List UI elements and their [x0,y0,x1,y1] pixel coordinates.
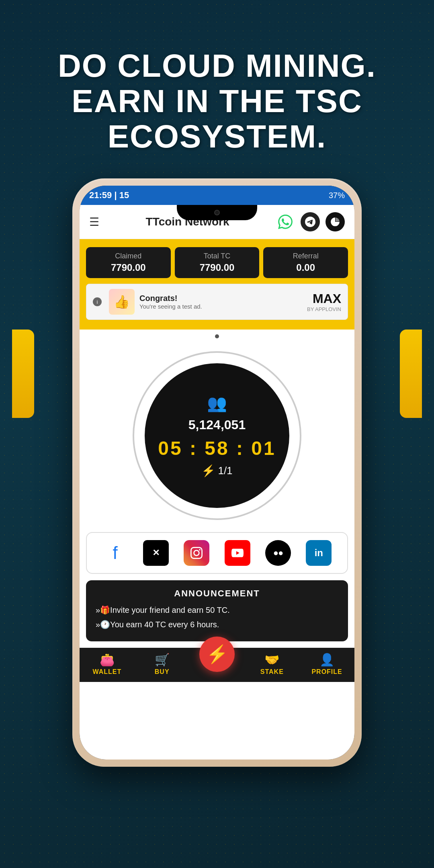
ad-info-icon: i [93,297,102,306]
mining-section: 👥 5,124,051 05 : 58 : 01 ⚡ 1/1 [80,343,354,532]
profile-label: PROFILE [311,668,342,676]
mining-circle-inner: 👥 5,124,051 05 : 58 : 01 ⚡ 1/1 [145,363,289,508]
ad-banner[interactable]: i 👍 Congrats! You're seeing a test ad. M… [86,284,348,320]
wallet-icon: 👛 [100,653,115,667]
stake-icon: 🤝 [264,653,279,667]
referral-label: Referral [267,252,344,260]
referral-value: 0.00 [267,262,344,273]
ad-brand-sub: BY APPLOVIN [307,306,341,312]
side-tab-left [12,330,34,418]
stake-label: STAKE [260,668,284,676]
claimed-label: Claimed [90,252,167,260]
ad-brand-name: MAX [307,291,341,306]
users-count: 5,124,051 [188,418,246,432]
mining-circle-outer[interactable]: 👥 5,124,051 05 : 58 : 01 ⚡ 1/1 [133,351,301,520]
announcement-item-2: »🕐You earn 40 TC every 6 hours. [96,619,338,630]
pie-chart-button[interactable] [326,212,345,231]
stake-nav-item[interactable]: 🤝 STAKE [244,653,299,676]
ad-text: Congrats! You're seeing a test ad. [139,294,202,310]
phone-mockup: 21:59 | 15 37% ☰ TTcoin Network [72,178,362,767]
header-icons [276,212,345,231]
ad-subtext: You're seeing a test ad. [139,303,202,310]
boost-value: 1/1 [218,465,232,477]
linkedin-button[interactable]: in [306,540,332,566]
side-tab-right [400,330,422,418]
wallet-nav-item[interactable]: 👛 WALLET [80,653,135,676]
claimed-card: Claimed 7790.00 [86,247,171,278]
ad-thumbnail: 👍 [109,289,135,315]
referral-card: Referral 0.00 [263,247,348,278]
boost-lightning-icon: ⚡ [201,464,215,477]
status-bar: 21:59 | 15 37% [80,186,354,205]
total-card: Total TC 7790.00 [175,247,260,278]
stats-bar: Claimed 7790.00 Total TC 7790.00 Referra… [80,239,354,330]
announcement-item-1: »🎁Invite your friend and earn 50 TC. [96,604,338,616]
status-icons: 37% [329,191,345,200]
telegram-button[interactable] [301,212,320,231]
slider-dot [80,333,354,340]
stats-row: Claimed 7790.00 Total TC 7790.00 Referra… [86,247,348,278]
hamburger-icon[interactable]: ☰ [89,215,99,229]
youtube-button[interactable] [225,540,250,566]
wallet-label: WALLET [93,668,122,676]
total-label: Total TC [179,252,256,260]
center-action-button[interactable]: ⚡ [199,637,235,672]
facebook-button[interactable]: f [102,540,128,566]
users-icon: 👥 [207,394,227,413]
medium-button[interactable]: ●● [265,540,291,566]
buy-label: BUY [155,668,170,676]
total-value: 7790.00 [179,262,256,273]
mining-timer: 05 : 58 : 01 [158,437,276,459]
profile-nav-item[interactable]: 👤 PROFILE [299,653,354,676]
app-content: ☰ TTcoin Network [80,205,354,760]
ad-left: i 👍 Congrats! You're seeing a test ad. [93,289,202,315]
notch [177,205,257,220]
ad-brand: MAX BY APPLOVIN [307,291,341,312]
whatsapp-button[interactable] [276,212,295,231]
announcement-title: ANNOUNCEMENT [96,588,338,599]
buy-icon: 🛒 [155,653,170,667]
camera [214,210,220,215]
social-bar: f ✕ ●● in [86,532,348,574]
bottom-nav: 👛 WALLET 🛒 BUY 🤝 STAKE [80,648,354,682]
instagram-button[interactable] [184,540,209,566]
ad-congrats: Congrats! [139,294,202,303]
mining-boost: ⚡ 1/1 [201,464,232,477]
claimed-value: 7790.00 [90,262,167,273]
hero-title: DO CLOUD MINING. EARN IN THE TSC ECOSYST… [0,48,434,154]
battery-text: 37% [329,191,345,200]
status-time: 21:59 | 15 [89,190,129,201]
lightning-icon: ⚡ [206,644,228,665]
profile-icon: 👤 [319,653,334,667]
buy-nav-item[interactable]: 🛒 BUY [135,653,190,676]
x-button[interactable]: ✕ [143,540,169,566]
announcement-section: ANNOUNCEMENT »🎁Invite your friend and ea… [86,580,348,641]
